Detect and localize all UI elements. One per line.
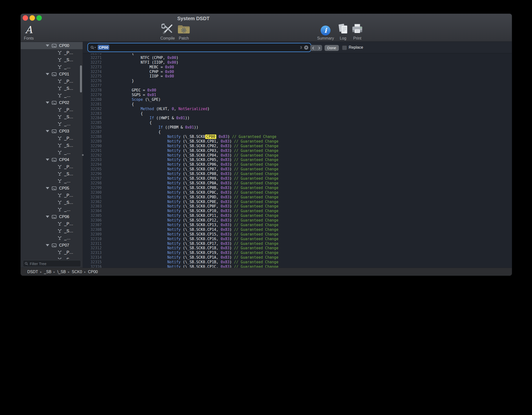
tree-item-cp03[interactable]: CP03 (21, 128, 83, 135)
disclosure-triangle-icon[interactable] (46, 159, 49, 161)
clear-search-icon[interactable]: ✕ (304, 45, 308, 50)
tree-item-cp04[interactable]: CP04 (21, 156, 83, 163)
code-line[interactable]: 32279 SGPS = 0x01 (83, 93, 278, 97)
tree-item-cp07[interactable]: CP07 (21, 242, 83, 249)
tree-item-method[interactable]: _P… (21, 49, 83, 56)
disclosure-triangle-icon[interactable] (46, 44, 49, 47)
code-line[interactable]: 32310 Notify (\_SB.SCK0.CP16, 0x83) // G… (83, 237, 278, 241)
code-line[interactable]: 32271 NTFC (CPHP, 0x00) (83, 56, 278, 60)
code-line[interactable]: 32296 Notify (\_SB.SCK0.CP08, 0x83) // G… (83, 172, 278, 176)
breadcrumb-item[interactable]: SCK0 (72, 270, 82, 274)
code-line[interactable]: 32304 Notify (\_SB.SCK0.CP10, 0x83) // G… (83, 209, 278, 213)
tree-item-method[interactable]: _S… (21, 56, 83, 63)
code-editor[interactable]: 32270 {32271 NTFC (CPHP, 0x00)32272 NTFI… (83, 53, 512, 268)
tree-item-method[interactable]: _S… (21, 199, 83, 206)
tree-item-method[interactable]: _P… (21, 106, 83, 113)
tree-item-method[interactable]: _S… (21, 227, 83, 235)
code-line[interactable]: 32282 Method (HLVT, 0, NotSerialized) (83, 107, 278, 111)
patch-toolbar-button[interactable]: Patch (173, 23, 195, 41)
code-line[interactable]: 32284 If ((HWPI & 0x01)) (83, 116, 278, 120)
tree-item-method[interactable]: _P… (21, 220, 83, 227)
code-line[interactable]: 32293 Notify (\_SB.SCK0.CP05, 0x83) // G… (83, 158, 278, 162)
code-line[interactable]: 32274 CPHP = 0x00 (83, 70, 278, 74)
code-line[interactable]: 32280 Scope (\_GPE) (83, 97, 278, 102)
breadcrumb-item[interactable]: CP00 (88, 270, 98, 274)
minimize-window-button[interactable] (30, 15, 35, 21)
code-line[interactable]: 32314 Notify (\_SB.SCK0.CP1A, 0x83) // G… (83, 255, 278, 260)
code-line[interactable]: 32313 Notify (\_SB.SCK0.CP19, 0x83) // G… (83, 251, 278, 255)
tree-item-method[interactable]: _P… (21, 135, 83, 142)
code-line[interactable]: 32275 IIOP = 0x00 (83, 74, 278, 79)
breadcrumb-item[interactable]: \_SB (57, 270, 66, 274)
code-line[interactable]: 32289 Notify (\_SB.SCK0.CP01, 0x83) // G… (83, 139, 278, 144)
find-previous-button[interactable] (310, 45, 316, 51)
code-line[interactable]: 32285 { (83, 120, 278, 125)
code-line[interactable]: 32272 NTFI (IIOP, 0x00) (83, 60, 278, 65)
code-line[interactable]: 32305 Notify (\_SB.SCK0.CP11, 0x83) // G… (83, 213, 278, 218)
tree-item-method[interactable]: _S… (21, 142, 83, 149)
tree-item-method[interactable]: _… (21, 178, 83, 185)
code-line[interactable]: 32306 Notify (\_SB.SCK0.CP12, 0x83) // G… (83, 218, 278, 223)
code-line[interactable]: 32307 Notify (\_SB.SCK0.CP13, 0x83) // G… (83, 223, 278, 227)
code-line[interactable]: 32278 GPEC = 0x00 (83, 88, 278, 93)
tree-item-method[interactable]: _… (21, 120, 83, 128)
filter-field[interactable] (23, 260, 81, 267)
tree-item-method[interactable]: _P… (21, 192, 83, 199)
code-line[interactable]: 32300 Notify (\_SB.SCK0.CP0C, 0x83) // G… (83, 190, 278, 195)
code-line[interactable]: 32283 { (83, 111, 278, 116)
disclosure-triangle-icon[interactable] (46, 130, 49, 132)
print-toolbar-button[interactable]: Print (346, 23, 368, 41)
find-next-button[interactable] (316, 45, 322, 51)
close-window-button[interactable] (23, 15, 28, 21)
code-line[interactable]: 32299 Notify (\_SB.SCK0.CP0B, 0x83) // G… (83, 186, 278, 190)
code-line[interactable]: 32288 Notify (\_SB.SCK0CP00 0x83) // Gua… (83, 134, 278, 139)
find-input[interactable]: CP00 3 ✕ (88, 44, 310, 51)
code-line[interactable]: 32316 Notify (\_SB.SCK0.CP1C, 0x83) // G… (83, 265, 278, 268)
tree-item-method[interactable]: _… (21, 149, 83, 156)
tree-item-method[interactable]: _P… (21, 78, 83, 85)
search-menu-icon[interactable] (90, 45, 96, 49)
code-line[interactable]: 32312 Notify (\_SB.SCK0.CP18, 0x83) // G… (83, 246, 278, 251)
tree-item-method[interactable]: _… (21, 63, 83, 71)
breadcrumb-item[interactable]: DSDT (27, 270, 38, 274)
tree-item-cp00[interactable]: CP00 (21, 42, 83, 49)
tree-item-method[interactable]: _… (21, 92, 83, 99)
replace-checkbox[interactable] (342, 45, 347, 50)
breadcrumb-item[interactable]: _SB (44, 270, 51, 274)
code-line[interactable]: 32276 } (83, 79, 278, 83)
sidebar-scrollbar[interactable] (80, 65, 82, 92)
code-line[interactable]: 32286 If ((PRBM & 0x01)) (83, 125, 278, 130)
disclosure-triangle-icon[interactable] (46, 187, 49, 189)
disclosure-triangle-icon[interactable] (46, 73, 49, 75)
code-line[interactable]: 32315 Notify (\_SB.SCK0.CP1B, 0x83) // G… (83, 260, 278, 265)
code-line[interactable]: 32301 Notify (\_SB.SCK0.CP0D, 0x83) // G… (83, 195, 278, 200)
code-line[interactable]: 32297 Notify (\_SB.SCK0.CP09, 0x83) // G… (83, 176, 278, 181)
disclosure-triangle-icon[interactable] (46, 102, 49, 104)
tree-item-method[interactable]: _S… (21, 113, 83, 120)
code-line[interactable]: 32273 MEBC = 0x00 (83, 65, 278, 70)
code-line[interactable]: 32281 { (83, 102, 278, 107)
fonts-toolbar-button[interactable]: A Fonts (20, 23, 40, 41)
disclosure-triangle-icon[interactable] (46, 216, 49, 218)
code-line[interactable]: 32303 Notify (\_SB.SCK0.CP0F, 0x83) // G… (83, 204, 278, 209)
code-line[interactable]: 32294 Notify (\_SB.SCK0.CP06, 0x83) // G… (83, 162, 278, 167)
tree-item-method[interactable]: _P… (21, 249, 83, 256)
tree-item-method[interactable]: _S… (21, 85, 83, 92)
code-line[interactable]: 32277 (83, 83, 278, 88)
code-line[interactable]: 32290 Notify (\_SB.SCK0.CP02, 0x83) // G… (83, 144, 278, 148)
tree-item-method[interactable]: _P… (21, 163, 83, 170)
tree-item-cp01[interactable]: CP01 (21, 71, 83, 78)
tree-item-method[interactable]: _… (21, 235, 83, 242)
disclosure-triangle-icon[interactable] (46, 244, 49, 246)
tree-item-method[interactable]: _… (21, 206, 83, 213)
tree-item-cp02[interactable]: CP02 (21, 99, 83, 106)
code-line[interactable]: 32308 Notify (\_SB.SCK0.CP14, 0x83) // G… (83, 227, 278, 232)
tree-item-method[interactable]: _S… (21, 256, 83, 259)
done-button[interactable]: Done (325, 45, 339, 51)
zoom-window-button[interactable] (36, 15, 42, 21)
code-line[interactable]: 32298 Notify (\_SB.SCK0.CP0A, 0x83) // G… (83, 181, 278, 186)
tree-item-cp05[interactable]: CP05 (21, 185, 83, 192)
code-line[interactable]: 32287 { (83, 130, 278, 134)
filter-tree-input[interactable] (29, 261, 79, 266)
code-line[interactable]: 32311 Notify (\_SB.SCK0.CP17, 0x83) // G… (83, 241, 278, 246)
